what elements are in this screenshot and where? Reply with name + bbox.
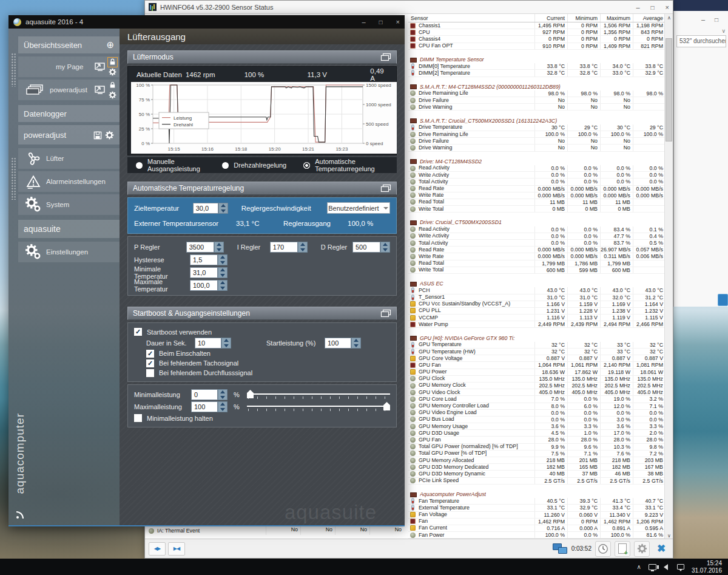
d-stepper[interactable] [380,242,390,253]
scroll-up-icon[interactable] [665,14,673,22]
sensor-row[interactable]: Water Pump2,449 RPM2,439 RPM2,494 RPM2,4… [408,321,666,328]
target-temp-stepper[interactable] [218,203,228,214]
present-page-icon[interactable] [94,62,106,72]
radio-icon[interactable] [303,162,310,169]
fan-mode-radio[interactable]: Automatische Temperaturregelung [303,158,388,172]
gear-icon[interactable] [105,131,114,140]
startboost-checkbox[interactable] [134,328,142,336]
slider-handle[interactable] [383,402,390,410]
sensor-row[interactable]: DIMM[0] Temperature33.8 °C33.8 °C34.0 °C… [408,63,666,70]
sensor-row[interactable]: Read Total11 MB11 MB11 MB [408,199,666,206]
speaker-icon[interactable] [664,564,668,570]
sensor-row[interactable]: Write Activity0.0 %0.0 %0.0 %0.0 % [408,172,666,179]
target-temp-input[interactable]: 30,0 [193,203,218,214]
sensor-row[interactable]: Fan Power100.0 %0.0 %100.0 %81.6 % [408,532,666,539]
sensor-row[interactable]: CPU Vcc Sustain/Standby (VCCST_A)1.166 V… [408,301,666,308]
min-power-input[interactable]: 0 [191,389,218,400]
i-input[interactable]: 170 [270,242,298,253]
sensor-group-header[interactable]: DIMM Temperature Sensor [408,56,666,63]
sensor-row[interactable]: GPU Temperature (HW)32 °C32 °C33 °C32 °C [408,349,666,355]
sensor-row[interactable]: Drive Remaining Life98.0 %98.0 %98.0 %98… [408,90,666,97]
controller-speed-select[interactable]: Benutzerdefiniert [327,202,390,214]
sensor-row[interactable]: GPU Video Clock405.0 MHz405.0 MHz405.0 M… [408,389,666,396]
sensor-row[interactable]: VCCMP1.116 V1.113 V1.119 V1.115 V [408,315,666,321]
sidebar-item-my-page[interactable]: my Page [18,56,120,77]
column-header[interactable]: Sensor [408,15,534,21]
fan-mode-radio[interactable]: Manuelle Ausgangsleistung [136,158,205,172]
radio-icon[interactable] [136,162,143,169]
sidebar-item-alarmeinstellungen[interactable]: Alarmeinstellungen [18,171,120,192]
sensor-row[interactable]: GPU Fan1,064 RPM1,061 RPM2,140 RPM1,081 … [408,362,666,369]
tray-clock[interactable]: 15:24 31.07.2016 [692,560,722,574]
sensor-group-header[interactable]: Drive: Crucial_CT500MX200SSD1 [408,219,666,226]
i-stepper[interactable] [298,242,308,253]
sensor-row[interactable]: Total Activity0.0 %0.0 %83.7 %0.5 % [408,240,666,247]
search-input[interactable]: 532" durchsuchen [676,35,726,47]
duration-input[interactable]: 10 [195,338,221,349]
clock-button[interactable] [595,541,611,557]
fan-mode-radio[interactable]: Drehzahlregelung [222,162,286,169]
sensor-row[interactable]: Drive Temperature30 °C29 °C30 °C29 °C [408,124,666,131]
collapse-columns-button[interactable] [168,542,185,556]
minimize-icon[interactable] [636,4,639,11]
sensor-row[interactable]: GPU Memory Clock202.5 MHz202.5 MHz202.5 … [408,383,666,389]
scroll-button[interactable] [718,294,728,306]
sensor-row[interactable]: CPU Fan OPT910 RPM0 RPM1,409 RPM821 RPM [408,43,666,50]
min-temp-input[interactable]: 31,0 [190,267,218,278]
hold-min-checkbox[interactable] [134,414,142,422]
min-power-stepper[interactable] [218,389,228,400]
on-powerup-checkbox[interactable] [146,350,154,358]
sensor-row[interactable]: Read Activity0.0 %0.0 %0.0 %0.0 % [408,165,666,172]
lock-icon[interactable] [108,81,117,90]
sensor-group-header[interactable]: Aquacomputer PowerAdjust [408,491,666,498]
close-sensors-button[interactable] [653,542,669,555]
sensor-row[interactable]: Total Activity0.0 %0.0 %0.0 %0.0 % [408,179,666,185]
sensor-group-header[interactable]: ASUS EC [408,281,666,287]
sidebar-item-system[interactable]: System [18,194,120,215]
sensor-row[interactable]: Write Total600 MB599 MB600 MB [408,267,666,274]
sensor-row[interactable]: Chassis40 RPM0 RPM0 RPM0 RPM [408,36,666,43]
sensor-row[interactable]: GPU Core Voltage0.887 V0.887 V0.887 V0.8… [408,355,666,362]
sensor-row[interactable]: Total GPU Power (normalized) [% of TDP]9… [408,444,666,451]
sensor-row[interactable]: Read Total1,799 MB1,786 MB1,799 MB [408,260,666,267]
sensor-group-header[interactable]: GPU [#0]: NVIDIA GeForce GTX 980 Ti: [408,335,666,342]
duration-stepper[interactable] [221,338,231,349]
network-icon[interactable] [649,564,656,570]
sensor-row[interactable]: Drive FailureNoNoNo [408,97,666,104]
minimize-icon[interactable] [699,16,707,23]
sensor-row[interactable]: CPU927 RPM0 RPM1,356 RPM843 RPM [408,29,666,36]
sensor-row[interactable]: Drive WarningNoNoNo [408,145,666,151]
maximize-icon[interactable] [712,16,721,23]
sensor-row[interactable]: GPU Memory Allocated218 MB201 MB218 MB20… [408,457,666,464]
sensor-row[interactable]: Fan Current0.716 A0.000 A0.891 A0.595 A [408,525,666,532]
sensor-row[interactable]: Fan Temperature40.5 °C39.3 °C41.3 °C40.7… [408,498,666,505]
sensor-row-partial[interactable]: IA: Thermal EventNoNoNoNo [147,526,404,535]
logging-button[interactable] [615,541,630,557]
expand-columns-button[interactable] [149,542,166,556]
startpower-input[interactable]: 100 [325,338,351,349]
sidebar-item-luefter[interactable]: Lüfter [18,148,120,169]
sensor-row[interactable]: Chassis11,495 RPM0 RPM1,506 RPM1,198 RPM [408,22,666,29]
taskbar[interactable]: 15:24 31.07.2016 [0,559,728,575]
section-auto-temp[interactable]: Automatische Temperaturregelung [127,182,397,195]
sensor-row[interactable]: Total GPU Power [% of TDP]7.5 %7.1 %7.6 … [408,451,666,457]
sensor-row[interactable]: Drive WarningNoNoNo [408,104,666,111]
sensor-row[interactable]: Fan1,462 RPM0 RPM1,462 RPM1,206 RPM [408,519,666,525]
sensor-row[interactable]: GPU Bus Load0.0 %0.0 %3.0 %0.0 % [408,417,666,423]
sidebar-item-poweradjust-page[interactable]: poweradjust [18,80,120,100]
drag-handle[interactable] [11,53,16,87]
sensor-row[interactable]: Read Rate0.000 MB/s0.000 MB/s26.907 MB/s… [408,247,666,253]
add-page-icon[interactable] [106,39,114,50]
notifications-icon[interactable] [677,564,684,570]
unlock-icon[interactable] [108,58,117,67]
gear-icon[interactable] [108,90,117,100]
sidebar-item-einstellungen[interactable]: Einstellungen [18,242,120,262]
p-input[interactable]: 3500 [186,242,214,253]
gear-icon[interactable] [108,67,117,77]
sensor-row[interactable]: GPU Memory Usage3.6 %3.3 %3.6 %3.3 % [408,423,666,430]
p-stepper[interactable] [214,242,224,253]
sensor-row[interactable]: Write Activity0.0 %0.0 %47.7 %0.4 % [408,233,666,240]
sensor-row[interactable]: T_Sensor131.0 °C31.0 °C32.0 °C31.2 °C [408,294,666,301]
sensor-group-header[interactable]: S.M.A.R.T.: M4-CT128M4SSD2 (000000001126… [408,84,666,90]
sidebar-header-aquasuite[interactable]: aquasuite [18,220,120,238]
